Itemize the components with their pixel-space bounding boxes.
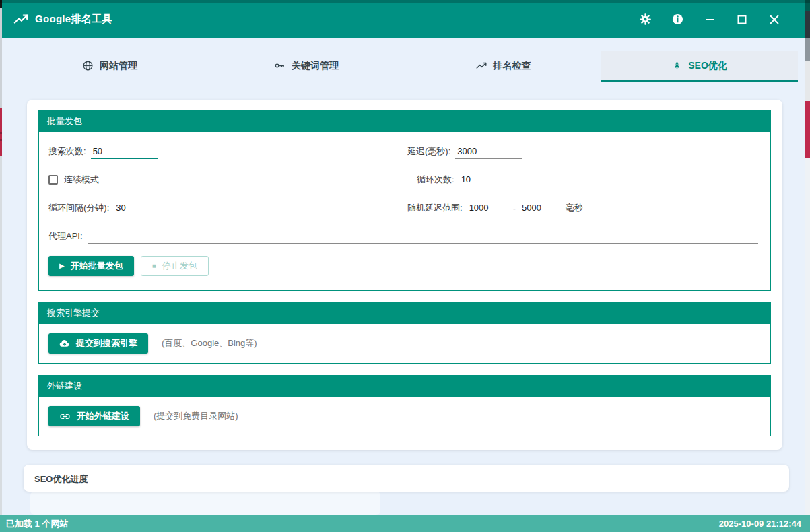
random-delay-min-input[interactable] [467, 201, 506, 215]
tab-rank-check[interactable]: 排名检查 [405, 51, 601, 82]
trending-up-icon [13, 12, 28, 27]
engine-submit-header: 搜索引擎提交 [38, 302, 771, 324]
key-icon [274, 60, 285, 71]
maximize-button[interactable] [726, 6, 758, 33]
loop-interval-input[interactable] [114, 201, 181, 215]
tabbar: 网站管理 关键词管理 排名检查 [2, 38, 805, 82]
stop-batch-button[interactable]: ■ 停止发包 [141, 256, 209, 276]
right-edge-artifact [805, 0, 810, 515]
tab-label: SEO优化 [688, 60, 727, 72]
range-dash: - [513, 203, 516, 213]
random-delay-max-input[interactable] [520, 201, 559, 215]
engine-submit-section: 搜索引擎提交 提交到搜索引擎 (百度、Google、Bing等) [38, 302, 771, 364]
close-icon [770, 15, 779, 24]
tab-label: 排名检查 [494, 60, 531, 72]
tab-seo-optimization[interactable]: SEO优化 [601, 51, 798, 82]
status-timestamp: 2025-10-09 21:12:44 [719, 519, 801, 529]
statusbar: 已加载 1 个网站 2025-10-09 21:12:44 [0, 515, 810, 532]
progress-log-area [30, 491, 380, 515]
search-count-input[interactable] [91, 144, 158, 159]
start-backlink-button[interactable]: 开始外链建设 [48, 406, 140, 426]
loop-count-input[interactable] [459, 172, 527, 187]
link-icon [59, 411, 71, 422]
status-left-text: 已加载 1 个网站 [6, 518, 68, 530]
batch-section-header: 批量发包 [38, 110, 771, 132]
backlink-section: 外链建设 开始外链建设 (提交到免费目录网站) [38, 375, 771, 436]
tab-keyword-management[interactable]: 关键词管理 [208, 51, 405, 82]
minimize-icon [705, 15, 714, 24]
delay-label: 延迟(毫秒): [407, 145, 450, 158]
loop-count-label: 循环次数: [417, 174, 454, 186]
maximize-icon [737, 15, 747, 24]
seo-tools-card: 批量发包 搜索次数: 延迟(毫秒): [27, 100, 782, 450]
loop-interval-label: 循环间隔(分钟): [48, 202, 109, 214]
rocket-icon [672, 61, 682, 71]
cloud-upload-icon [59, 339, 70, 348]
continuous-mode-checkbox[interactable] [48, 175, 58, 185]
minimize-button[interactable] [694, 6, 726, 33]
settings-button[interactable] [629, 6, 661, 33]
start-backlink-label: 开始外链建设 [77, 410, 129, 422]
tab-label: 网站管理 [100, 60, 137, 72]
window-title: Google排名工具 [35, 13, 112, 26]
info-icon [671, 13, 684, 26]
titlebar: Google排名工具 [2, 0, 805, 38]
start-batch-button[interactable]: ▶ 开始批量发包 [48, 256, 134, 276]
info-button[interactable] [661, 6, 694, 33]
backlink-header: 外链建设 [38, 375, 771, 397]
tab-label: 关键词管理 [292, 60, 339, 72]
close-button[interactable] [758, 6, 790, 33]
batch-section: 批量发包 搜索次数: 延迟(毫秒): [38, 110, 771, 291]
globe-icon [82, 60, 94, 71]
submit-to-engines-button[interactable]: 提交到搜索引擎 [48, 333, 148, 354]
play-icon: ▶ [59, 263, 65, 269]
left-edge-artifact [0, 0, 2, 532]
engine-submit-hint: (百度、Google、Bing等) [162, 337, 257, 350]
trending-icon [475, 60, 487, 72]
proxy-api-input[interactable] [88, 229, 758, 244]
tab-website-management[interactable]: 网站管理 [11, 51, 208, 82]
start-batch-label: 开始批量发包 [71, 260, 123, 272]
random-delay-unit: 毫秒 [566, 202, 583, 214]
main-content: 批量发包 搜索次数: 延迟(毫秒): [2, 82, 805, 515]
seo-progress-title: SEO优化进度 [34, 473, 778, 486]
proxy-api-label: 代理API: [48, 230, 83, 242]
delay-input[interactable] [455, 144, 522, 159]
window-controls [629, 6, 790, 33]
random-delay-label: 随机延迟范围: [407, 202, 463, 214]
stop-icon: ■ [152, 263, 156, 269]
search-count-label: 搜索次数: [48, 145, 86, 158]
text-caret [88, 146, 88, 157]
seo-progress-card: SEO优化进度 [24, 465, 789, 492]
window-top-border [0, 0, 810, 3]
app-window: Google排名工具 [0, 0, 810, 532]
submit-to-engines-label: 提交到搜索引擎 [76, 337, 137, 350]
gear-icon [639, 13, 652, 26]
stop-batch-label: 停止发包 [162, 260, 197, 272]
continuous-mode-label: 连续模式 [64, 174, 99, 186]
backlink-hint: (提交到免费目录网站) [154, 410, 238, 422]
